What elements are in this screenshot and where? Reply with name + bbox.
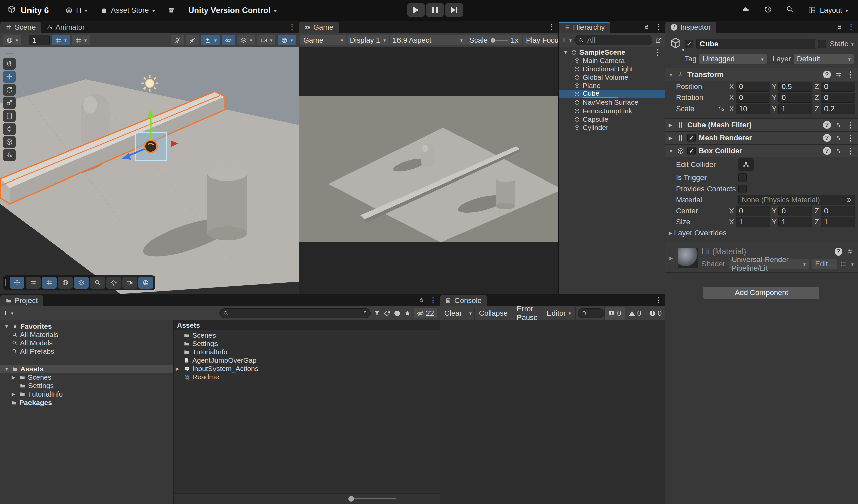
panel-menu-icon[interactable]: ⋮ (547, 23, 556, 31)
effects-dropdown[interactable]: ▾ (202, 35, 220, 45)
layers-dropdown[interactable]: ▾ (237, 35, 255, 45)
shader-dropdown[interactable]: Universal Render Pipeline/Lit ▾ (729, 259, 809, 269)
favorite-item[interactable]: All Models (0, 339, 173, 347)
search-by-label-icon[interactable] (383, 310, 391, 317)
tab-scene[interactable]: Scene (0, 22, 41, 33)
transform-header[interactable]: ▼ Transform ? ⋮ (665, 68, 858, 81)
layout-menu[interactable]: Layout ▾ (808, 6, 848, 15)
tree-folder[interactable]: ▶Scenes (0, 373, 173, 381)
help-icon[interactable]: ? (823, 121, 831, 129)
asset-item[interactable]: Readme (174, 373, 440, 381)
help-icon[interactable]: ? (835, 248, 842, 256)
static-checkbox[interactable] (818, 40, 826, 48)
hierarchy-item[interactable]: Capsule (559, 115, 665, 123)
create-asset-button[interactable]: + (3, 309, 9, 318)
console-log-area[interactable] (440, 321, 665, 504)
layer-dropdown[interactable]: Default ▾ (794, 54, 854, 64)
transform-tool[interactable] (3, 123, 16, 135)
hidden-packages-toggle[interactable]: 22 (414, 308, 437, 319)
pivot-button[interactable] (106, 277, 121, 289)
foldout-caret[interactable]: ▶ (12, 391, 17, 397)
error-pause-button[interactable]: Error Pause (512, 307, 542, 320)
scale-x-field[interactable]: 10 (736, 104, 770, 114)
thumbnail-size-slider[interactable] (348, 496, 396, 502)
scene-audio-toggle[interactable] (186, 35, 200, 45)
chevron-down-icon[interactable]: ▾ (11, 311, 14, 316)
scene-root-row[interactable]: ▼ SampleScene ⋮ (559, 48, 665, 56)
help-icon[interactable]: ? (823, 134, 831, 142)
camera-settings-dropdown[interactable]: ▾ (257, 35, 276, 45)
search-button[interactable] (785, 5, 794, 16)
gizmos-dropdown[interactable]: ▾ (277, 35, 296, 45)
navigation-compass-button[interactable] (139, 277, 153, 289)
hand-tool[interactable] (3, 58, 16, 70)
add-component-button[interactable]: Add Component (703, 287, 820, 299)
hierarchy-item[interactable]: Plane (559, 81, 665, 90)
asset-item[interactable]: Scenes (174, 331, 440, 339)
collapse-button[interactable]: Collapse (475, 307, 512, 320)
tree-folder[interactable]: ▶TutorialInfo (0, 390, 173, 398)
position-z-field[interactable]: 0 (821, 82, 855, 92)
rotation-z-field[interactable]: 0 (821, 93, 855, 103)
active-checkbox[interactable]: ✓ (685, 40, 694, 48)
open-search-window-icon[interactable] (655, 36, 662, 44)
component-menu-icon[interactable]: ⋮ (846, 121, 854, 129)
version-control-menu[interactable]: Unity Version Control ▾ (188, 6, 276, 15)
camera-count-field[interactable]: 1 (29, 35, 50, 45)
clear-button[interactable]: Clear (440, 307, 466, 320)
assets-root-row[interactable]: ▼ Assets (0, 365, 173, 373)
asset-item[interactable]: Settings (174, 339, 440, 347)
move-tool[interactable] (3, 71, 16, 83)
tree-folder[interactable]: Settings (0, 381, 173, 390)
object-picker-icon[interactable] (846, 197, 852, 203)
view-shading-button[interactable] (58, 277, 73, 289)
edit-collider-tool[interactable] (3, 149, 16, 161)
shader-edit-button[interactable]: Edit... (812, 259, 837, 269)
tab-game[interactable]: Game (299, 22, 339, 33)
scene-lighting-toggle[interactable] (171, 35, 184, 45)
panel-menu-icon[interactable]: ⋮ (847, 23, 855, 31)
hierarchy-search-input[interactable]: All (574, 35, 652, 45)
foldout-caret[interactable]: ▶ (669, 230, 674, 236)
draw-mode-dropdown[interactable]: ▾ (3, 35, 21, 45)
center-z-field[interactable]: 0 (821, 206, 855, 216)
scale-slider[interactable] (491, 38, 508, 43)
overlay-drag-handle[interactable] (5, 278, 9, 287)
foldout-caret[interactable]: ▼ (4, 324, 10, 329)
provides-contacts-checkbox[interactable] (738, 184, 747, 193)
foldout-caret[interactable]: ▼ (669, 72, 674, 77)
cloud-button[interactable] (741, 5, 750, 16)
mesh-renderer-header[interactable]: ▶ ✓ Mesh Renderer ? ⋮ (665, 131, 858, 144)
gameobject-type-icon[interactable]: ▾ (669, 36, 682, 51)
snap-settings-dropdown[interactable]: ▾ (72, 35, 90, 45)
tab-animator[interactable]: Animator (41, 22, 90, 33)
asset-store-menu[interactable]: Asset Store ▾ (100, 6, 155, 15)
pan-tool-button[interactable] (10, 277, 25, 289)
history-button[interactable] (763, 5, 772, 16)
box-collider-tool[interactable] (3, 136, 16, 148)
foldout-caret[interactable]: ▶ (669, 122, 674, 128)
help-icon[interactable]: ? (823, 147, 831, 155)
chevron-down-icon[interactable]: ▾ (851, 262, 854, 266)
favorite-item[interactable]: All Materials (0, 330, 173, 339)
foldout-caret[interactable]: ▶ (12, 375, 17, 380)
foldout-caret[interactable]: ▶ (669, 135, 674, 141)
foldout-caret[interactable]: ▶ (669, 255, 675, 261)
panel-menu-icon[interactable]: ⋮ (429, 296, 437, 304)
hierarchy-item-selected[interactable]: Cube (559, 90, 665, 98)
position-y-field[interactable]: 0.5 (778, 82, 812, 92)
console-search-input[interactable] (578, 308, 604, 318)
edit-collider-button[interactable] (738, 158, 754, 171)
chevron-down-icon[interactable]: ▾ (569, 37, 572, 43)
overlay-sliders-button[interactable] (26, 277, 41, 289)
component-menu-icon[interactable]: ⋮ (846, 71, 854, 79)
editor-dropdown[interactable]: Editor▾ (542, 307, 576, 320)
lock-icon[interactable] (418, 297, 424, 303)
chevron-down-icon[interactable]: ▾ (851, 42, 854, 47)
warning-messages-toggle[interactable]: 0 (625, 307, 645, 320)
size-z-field[interactable]: 1 (821, 217, 855, 227)
asset-item[interactable]: AgentJumpOverGap (174, 356, 440, 364)
foldout-caret[interactable]: ▼ (4, 367, 10, 372)
box-collider-enabled-checkbox[interactable]: ✓ (687, 147, 696, 155)
game-mode-dropdown[interactable]: Game ▾ (300, 35, 346, 45)
